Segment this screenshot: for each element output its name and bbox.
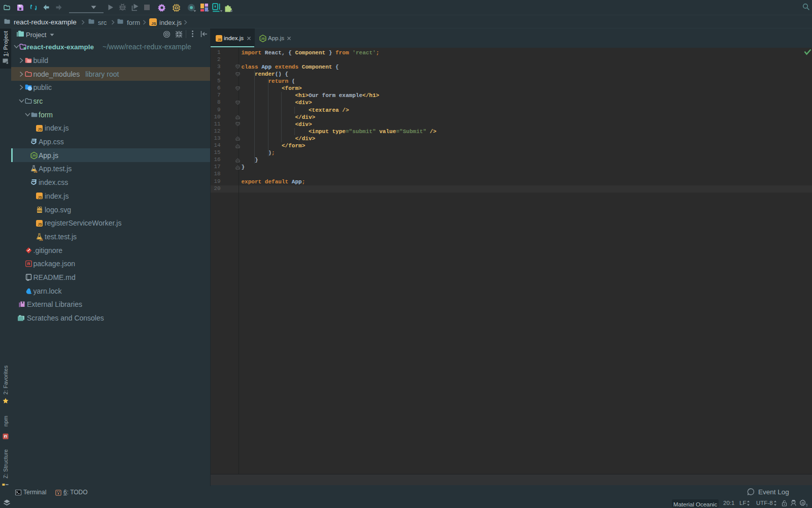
svg-text:JS: JS: [261, 37, 264, 40]
svg-text:SVG: SVG: [37, 210, 42, 212]
svg-text:JS: JS: [32, 154, 36, 157]
svg-text:JS: JS: [33, 170, 37, 173]
svg-text:JS: JS: [39, 238, 43, 241]
svg-text:?: ?: [806, 503, 808, 507]
